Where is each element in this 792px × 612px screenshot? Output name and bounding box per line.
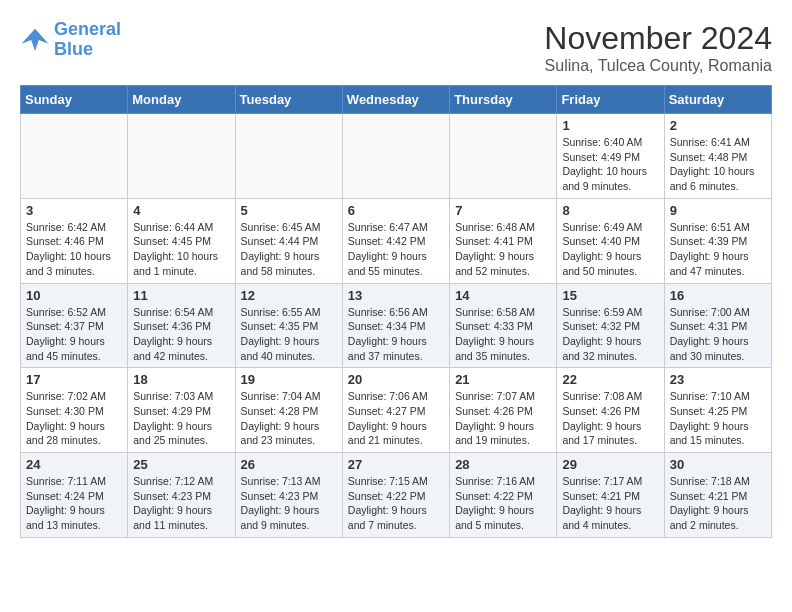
calendar-day-cell: 16Sunrise: 7:00 AM Sunset: 4:31 PM Dayli…: [664, 283, 771, 368]
calendar-day-cell: 10Sunrise: 6:52 AM Sunset: 4:37 PM Dayli…: [21, 283, 128, 368]
day-info: Sunrise: 6:44 AM Sunset: 4:45 PM Dayligh…: [133, 220, 229, 279]
calendar-day-cell: 25Sunrise: 7:12 AM Sunset: 4:23 PM Dayli…: [128, 453, 235, 538]
calendar-day-cell: 1Sunrise: 6:40 AM Sunset: 4:49 PM Daylig…: [557, 114, 664, 199]
calendar-week-row: 24Sunrise: 7:11 AM Sunset: 4:24 PM Dayli…: [21, 453, 772, 538]
calendar-day-cell: 29Sunrise: 7:17 AM Sunset: 4:21 PM Dayli…: [557, 453, 664, 538]
calendar-day-cell: [342, 114, 449, 199]
day-number: 26: [241, 457, 337, 472]
day-info: Sunrise: 7:10 AM Sunset: 4:25 PM Dayligh…: [670, 389, 766, 448]
day-info: Sunrise: 7:04 AM Sunset: 4:28 PM Dayligh…: [241, 389, 337, 448]
day-of-week-header: Monday: [128, 86, 235, 114]
day-number: 23: [670, 372, 766, 387]
day-info: Sunrise: 6:55 AM Sunset: 4:35 PM Dayligh…: [241, 305, 337, 364]
day-number: 5: [241, 203, 337, 218]
day-info: Sunrise: 7:11 AM Sunset: 4:24 PM Dayligh…: [26, 474, 122, 533]
day-number: 1: [562, 118, 658, 133]
calendar-week-row: 3Sunrise: 6:42 AM Sunset: 4:46 PM Daylig…: [21, 198, 772, 283]
day-number: 21: [455, 372, 551, 387]
day-info: Sunrise: 6:41 AM Sunset: 4:48 PM Dayligh…: [670, 135, 766, 194]
calendar-day-cell: 6Sunrise: 6:47 AM Sunset: 4:42 PM Daylig…: [342, 198, 449, 283]
day-info: Sunrise: 7:06 AM Sunset: 4:27 PM Dayligh…: [348, 389, 444, 448]
logo-text: General Blue: [54, 20, 121, 60]
day-info: Sunrise: 6:51 AM Sunset: 4:39 PM Dayligh…: [670, 220, 766, 279]
calendar-day-cell: 28Sunrise: 7:16 AM Sunset: 4:22 PM Dayli…: [450, 453, 557, 538]
day-info: Sunrise: 6:48 AM Sunset: 4:41 PM Dayligh…: [455, 220, 551, 279]
day-info: Sunrise: 7:12 AM Sunset: 4:23 PM Dayligh…: [133, 474, 229, 533]
day-info: Sunrise: 6:58 AM Sunset: 4:33 PM Dayligh…: [455, 305, 551, 364]
day-info: Sunrise: 6:52 AM Sunset: 4:37 PM Dayligh…: [26, 305, 122, 364]
day-of-week-header: Friday: [557, 86, 664, 114]
calendar-day-cell: 5Sunrise: 6:45 AM Sunset: 4:44 PM Daylig…: [235, 198, 342, 283]
calendar-day-cell: [235, 114, 342, 199]
day-number: 15: [562, 288, 658, 303]
calendar-day-cell: 4Sunrise: 6:44 AM Sunset: 4:45 PM Daylig…: [128, 198, 235, 283]
day-number: 10: [26, 288, 122, 303]
calendar-day-cell: 13Sunrise: 6:56 AM Sunset: 4:34 PM Dayli…: [342, 283, 449, 368]
calendar-day-cell: 24Sunrise: 7:11 AM Sunset: 4:24 PM Dayli…: [21, 453, 128, 538]
calendar-day-cell: 14Sunrise: 6:58 AM Sunset: 4:33 PM Dayli…: [450, 283, 557, 368]
logo-icon: [20, 25, 50, 55]
day-info: Sunrise: 6:40 AM Sunset: 4:49 PM Dayligh…: [562, 135, 658, 194]
calendar-day-cell: 21Sunrise: 7:07 AM Sunset: 4:26 PM Dayli…: [450, 368, 557, 453]
day-number: 27: [348, 457, 444, 472]
day-info: Sunrise: 7:17 AM Sunset: 4:21 PM Dayligh…: [562, 474, 658, 533]
day-info: Sunrise: 6:45 AM Sunset: 4:44 PM Dayligh…: [241, 220, 337, 279]
calendar-week-row: 1Sunrise: 6:40 AM Sunset: 4:49 PM Daylig…: [21, 114, 772, 199]
location-subtitle: Sulina, Tulcea County, Romania: [544, 57, 772, 75]
day-of-week-header: Wednesday: [342, 86, 449, 114]
day-number: 6: [348, 203, 444, 218]
day-info: Sunrise: 7:13 AM Sunset: 4:23 PM Dayligh…: [241, 474, 337, 533]
day-of-week-header: Saturday: [664, 86, 771, 114]
calendar-table: SundayMondayTuesdayWednesdayThursdayFrid…: [20, 85, 772, 538]
calendar-week-row: 17Sunrise: 7:02 AM Sunset: 4:30 PM Dayli…: [21, 368, 772, 453]
day-number: 2: [670, 118, 766, 133]
calendar-day-cell: 7Sunrise: 6:48 AM Sunset: 4:41 PM Daylig…: [450, 198, 557, 283]
page-header: General Blue November 2024 Sulina, Tulce…: [20, 20, 772, 75]
calendar-week-row: 10Sunrise: 6:52 AM Sunset: 4:37 PM Dayli…: [21, 283, 772, 368]
calendar-day-cell: 27Sunrise: 7:15 AM Sunset: 4:22 PM Dayli…: [342, 453, 449, 538]
calendar-day-cell: 30Sunrise: 7:18 AM Sunset: 4:21 PM Dayli…: [664, 453, 771, 538]
day-info: Sunrise: 6:42 AM Sunset: 4:46 PM Dayligh…: [26, 220, 122, 279]
day-info: Sunrise: 6:54 AM Sunset: 4:36 PM Dayligh…: [133, 305, 229, 364]
calendar-day-cell: [450, 114, 557, 199]
day-number: 20: [348, 372, 444, 387]
day-number: 9: [670, 203, 766, 218]
day-number: 12: [241, 288, 337, 303]
calendar-day-cell: 12Sunrise: 6:55 AM Sunset: 4:35 PM Dayli…: [235, 283, 342, 368]
day-info: Sunrise: 7:02 AM Sunset: 4:30 PM Dayligh…: [26, 389, 122, 448]
day-number: 4: [133, 203, 229, 218]
day-info: Sunrise: 7:15 AM Sunset: 4:22 PM Dayligh…: [348, 474, 444, 533]
day-number: 30: [670, 457, 766, 472]
calendar-day-cell: 15Sunrise: 6:59 AM Sunset: 4:32 PM Dayli…: [557, 283, 664, 368]
day-number: 14: [455, 288, 551, 303]
calendar-day-cell: 11Sunrise: 6:54 AM Sunset: 4:36 PM Dayli…: [128, 283, 235, 368]
day-info: Sunrise: 6:47 AM Sunset: 4:42 PM Dayligh…: [348, 220, 444, 279]
day-info: Sunrise: 6:56 AM Sunset: 4:34 PM Dayligh…: [348, 305, 444, 364]
day-of-week-header: Thursday: [450, 86, 557, 114]
calendar-day-cell: 17Sunrise: 7:02 AM Sunset: 4:30 PM Dayli…: [21, 368, 128, 453]
day-info: Sunrise: 6:49 AM Sunset: 4:40 PM Dayligh…: [562, 220, 658, 279]
calendar-day-cell: [128, 114, 235, 199]
day-info: Sunrise: 6:59 AM Sunset: 4:32 PM Dayligh…: [562, 305, 658, 364]
day-number: 11: [133, 288, 229, 303]
day-info: Sunrise: 7:18 AM Sunset: 4:21 PM Dayligh…: [670, 474, 766, 533]
calendar-day-cell: 22Sunrise: 7:08 AM Sunset: 4:26 PM Dayli…: [557, 368, 664, 453]
day-number: 16: [670, 288, 766, 303]
day-of-week-header: Sunday: [21, 86, 128, 114]
day-number: 22: [562, 372, 658, 387]
day-info: Sunrise: 7:03 AM Sunset: 4:29 PM Dayligh…: [133, 389, 229, 448]
title-block: November 2024 Sulina, Tulcea County, Rom…: [544, 20, 772, 75]
calendar-day-cell: 9Sunrise: 6:51 AM Sunset: 4:39 PM Daylig…: [664, 198, 771, 283]
day-number: 13: [348, 288, 444, 303]
day-number: 17: [26, 372, 122, 387]
day-info: Sunrise: 7:07 AM Sunset: 4:26 PM Dayligh…: [455, 389, 551, 448]
calendar-day-cell: 23Sunrise: 7:10 AM Sunset: 4:25 PM Dayli…: [664, 368, 771, 453]
day-of-week-header: Tuesday: [235, 86, 342, 114]
calendar-day-cell: 8Sunrise: 6:49 AM Sunset: 4:40 PM Daylig…: [557, 198, 664, 283]
day-info: Sunrise: 7:16 AM Sunset: 4:22 PM Dayligh…: [455, 474, 551, 533]
day-number: 18: [133, 372, 229, 387]
day-number: 8: [562, 203, 658, 218]
day-info: Sunrise: 7:00 AM Sunset: 4:31 PM Dayligh…: [670, 305, 766, 364]
calendar-day-cell: 26Sunrise: 7:13 AM Sunset: 4:23 PM Dayli…: [235, 453, 342, 538]
day-number: 25: [133, 457, 229, 472]
